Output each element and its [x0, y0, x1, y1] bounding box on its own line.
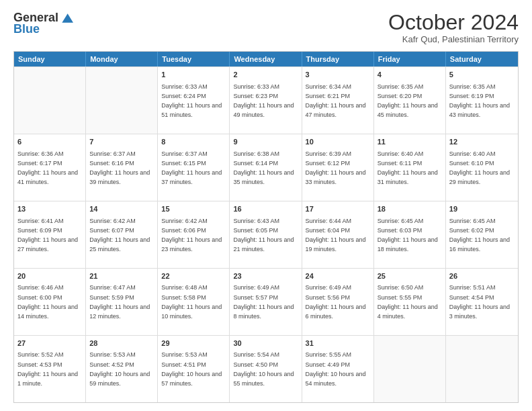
page: General Blue October 2024 Kafr Qud, Pale… — [0, 0, 532, 411]
cell-info: Sunrise: 6:43 AMSunset: 6:05 PMDaylight:… — [233, 218, 294, 253]
day-number: 1 — [161, 70, 226, 80]
day-header-saturday: Saturday — [446, 52, 518, 66]
calendar-row-2: 6Sunrise: 6:36 AMSunset: 6:17 PMDaylight… — [14, 134, 518, 201]
empty-cell — [374, 336, 446, 402]
day-number: 9 — [233, 137, 298, 147]
cell-info: Sunrise: 6:42 AMSunset: 6:06 PMDaylight:… — [161, 218, 222, 253]
day-number: 29 — [161, 338, 226, 349]
day-cell-21: 21Sunrise: 6:47 AMSunset: 5:59 PMDayligh… — [86, 269, 158, 335]
day-header-sunday: Sunday — [14, 52, 86, 66]
day-number: 26 — [449, 271, 515, 281]
day-number: 15 — [161, 204, 226, 214]
cell-info: Sunrise: 5:51 AMSunset: 4:54 PMDaylight:… — [449, 284, 510, 319]
cell-info: Sunrise: 6:40 AMSunset: 6:10 PMDaylight:… — [449, 150, 510, 185]
cell-info: Sunrise: 6:37 AMSunset: 6:15 PMDaylight:… — [161, 150, 222, 185]
cell-info: Sunrise: 6:49 AMSunset: 5:56 PMDaylight:… — [306, 284, 366, 319]
day-cell-19: 19Sunrise: 6:45 AMSunset: 6:02 PMDayligh… — [446, 201, 518, 268]
day-cell-4: 4Sunrise: 6:35 AMSunset: 6:20 PMDaylight… — [374, 67, 446, 134]
day-number: 14 — [89, 204, 154, 214]
day-cell-7: 7Sunrise: 6:37 AMSunset: 6:16 PMDaylight… — [86, 134, 158, 201]
cell-info: Sunrise: 6:33 AMSunset: 6:23 PMDaylight:… — [233, 83, 294, 118]
day-cell-10: 10Sunrise: 6:39 AMSunset: 6:12 PMDayligh… — [302, 134, 374, 201]
day-cell-18: 18Sunrise: 6:45 AMSunset: 6:03 PMDayligh… — [374, 201, 446, 268]
cell-info: Sunrise: 6:35 AMSunset: 6:20 PMDaylight:… — [378, 83, 438, 118]
cell-info: Sunrise: 6:45 AMSunset: 6:02 PMDaylight:… — [449, 218, 510, 253]
day-cell-3: 3Sunrise: 6:34 AMSunset: 6:21 PMDaylight… — [302, 67, 374, 134]
cell-info: Sunrise: 6:33 AMSunset: 6:24 PMDaylight:… — [161, 83, 222, 118]
cell-info: Sunrise: 6:48 AMSunset: 5:58 PMDaylight:… — [161, 284, 222, 319]
cell-info: Sunrise: 6:39 AMSunset: 6:12 PMDaylight:… — [306, 150, 366, 185]
cell-info: Sunrise: 6:45 AMSunset: 6:03 PMDaylight:… — [378, 218, 438, 253]
day-cell-28: 28Sunrise: 5:53 AMSunset: 4:52 PMDayligh… — [86, 336, 158, 402]
day-number: 20 — [17, 271, 82, 281]
day-number: 21 — [89, 271, 154, 281]
day-cell-13: 13Sunrise: 6:41 AMSunset: 6:09 PMDayligh… — [14, 201, 86, 268]
day-cell-26: 26Sunrise: 5:51 AMSunset: 4:54 PMDayligh… — [446, 269, 518, 335]
day-cell-31: 31Sunrise: 5:55 AMSunset: 4:49 PMDayligh… — [302, 336, 374, 402]
day-number: 16 — [233, 204, 298, 214]
logo: General Blue — [13, 11, 73, 36]
day-cell-24: 24Sunrise: 6:49 AMSunset: 5:56 PMDayligh… — [302, 269, 374, 335]
day-number: 13 — [17, 204, 82, 214]
cell-info: Sunrise: 6:47 AMSunset: 5:59 PMDaylight:… — [89, 284, 150, 319]
day-cell-23: 23Sunrise: 6:49 AMSunset: 5:57 PMDayligh… — [230, 269, 302, 335]
cell-info: Sunrise: 6:50 AMSunset: 5:55 PMDaylight:… — [378, 284, 438, 319]
day-cell-25: 25Sunrise: 6:50 AMSunset: 5:55 PMDayligh… — [374, 269, 446, 335]
cell-info: Sunrise: 6:41 AMSunset: 6:09 PMDaylight:… — [17, 218, 78, 253]
day-cell-5: 5Sunrise: 6:35 AMSunset: 6:19 PMDaylight… — [446, 67, 518, 134]
day-number: 30 — [233, 338, 298, 349]
cell-info: Sunrise: 5:52 AMSunset: 4:53 PMDaylight:… — [17, 351, 78, 386]
day-header-thursday: Thursday — [302, 52, 374, 66]
cell-info: Sunrise: 6:34 AMSunset: 6:21 PMDaylight:… — [306, 83, 366, 118]
day-number: 19 — [449, 204, 515, 214]
day-header-monday: Monday — [86, 52, 158, 66]
cell-info: Sunrise: 5:53 AMSunset: 4:52 PMDaylight:… — [89, 351, 150, 386]
header: General Blue October 2024 Kafr Qud, Pale… — [13, 11, 519, 44]
calendar-header: SundayMondayTuesdayWednesdayThursdayFrid… — [14, 52, 518, 66]
empty-cell — [446, 336, 518, 402]
cell-info: Sunrise: 6:37 AMSunset: 6:16 PMDaylight:… — [89, 150, 150, 185]
logo-icon — [60, 11, 73, 25]
cell-info: Sunrise: 6:42 AMSunset: 6:07 PMDaylight:… — [89, 218, 150, 253]
cell-info: Sunrise: 6:49 AMSunset: 5:57 PMDaylight:… — [233, 284, 294, 319]
cell-info: Sunrise: 6:44 AMSunset: 6:04 PMDaylight:… — [306, 218, 366, 253]
day-cell-16: 16Sunrise: 6:43 AMSunset: 6:05 PMDayligh… — [230, 201, 302, 268]
day-header-tuesday: Tuesday — [158, 52, 230, 66]
day-cell-17: 17Sunrise: 6:44 AMSunset: 6:04 PMDayligh… — [302, 201, 374, 268]
day-cell-12: 12Sunrise: 6:40 AMSunset: 6:10 PMDayligh… — [446, 134, 518, 201]
day-header-wednesday: Wednesday — [230, 52, 302, 66]
title-block: October 2024 Kafr Qud, Palestinian Terri… — [388, 11, 519, 44]
day-cell-27: 27Sunrise: 5:52 AMSunset: 4:53 PMDayligh… — [14, 336, 86, 402]
cell-info: Sunrise: 6:36 AMSunset: 6:17 PMDaylight:… — [17, 150, 78, 185]
day-number: 11 — [378, 137, 442, 147]
day-cell-30: 30Sunrise: 5:54 AMSunset: 4:50 PMDayligh… — [230, 336, 302, 402]
cell-info: Sunrise: 5:54 AMSunset: 4:50 PMDaylight:… — [233, 351, 294, 386]
calendar-body: 1Sunrise: 6:33 AMSunset: 6:24 PMDaylight… — [14, 66, 518, 402]
cell-info: Sunrise: 5:55 AMSunset: 4:49 PMDaylight:… — [306, 351, 366, 386]
cell-info: Sunrise: 6:38 AMSunset: 6:14 PMDaylight:… — [233, 150, 294, 185]
day-number: 7 — [89, 137, 154, 147]
day-number: 27 — [17, 338, 82, 349]
day-number: 28 — [89, 338, 154, 349]
day-number: 4 — [378, 70, 442, 80]
cell-info: Sunrise: 5:53 AMSunset: 4:51 PMDaylight:… — [161, 351, 222, 386]
day-number: 23 — [233, 271, 298, 281]
empty-cell — [86, 67, 158, 134]
month-title: October 2024 — [388, 11, 519, 34]
day-cell-8: 8Sunrise: 6:37 AMSunset: 6:15 PMDaylight… — [158, 134, 230, 201]
day-cell-6: 6Sunrise: 6:36 AMSunset: 6:17 PMDaylight… — [14, 134, 86, 201]
day-cell-22: 22Sunrise: 6:48 AMSunset: 5:58 PMDayligh… — [158, 269, 230, 335]
day-cell-1: 1Sunrise: 6:33 AMSunset: 6:24 PMDaylight… — [158, 67, 230, 134]
day-cell-2: 2Sunrise: 6:33 AMSunset: 6:23 PMDaylight… — [230, 67, 302, 134]
day-number: 22 — [161, 271, 226, 281]
cell-info: Sunrise: 6:35 AMSunset: 6:19 PMDaylight:… — [449, 83, 510, 118]
calendar: SundayMondayTuesdayWednesdayThursdayFrid… — [13, 51, 519, 403]
day-cell-29: 29Sunrise: 5:53 AMSunset: 4:51 PMDayligh… — [158, 336, 230, 402]
day-number: 17 — [306, 204, 370, 214]
calendar-row-4: 20Sunrise: 6:46 AMSunset: 6:00 PMDayligh… — [14, 268, 518, 335]
day-number: 24 — [306, 271, 370, 281]
day-number: 8 — [161, 137, 226, 147]
day-number: 2 — [233, 70, 298, 80]
day-cell-11: 11Sunrise: 6:40 AMSunset: 6:11 PMDayligh… — [374, 134, 446, 201]
day-number: 5 — [449, 70, 515, 80]
